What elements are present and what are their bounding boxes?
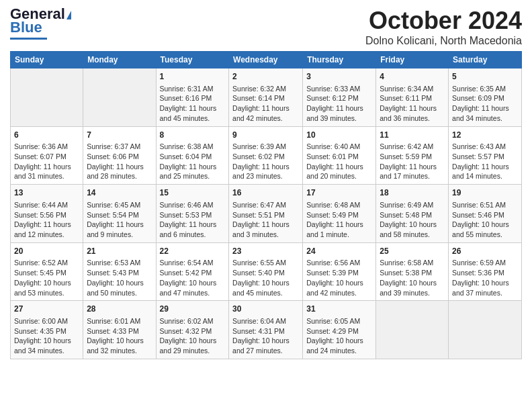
cell-5-5: 31Sunrise: 6:05 AMSunset: 4:29 PMDayligh… xyxy=(303,301,376,359)
day-number: 23 xyxy=(232,246,299,257)
cell-4-7: 26Sunrise: 6:59 AMSunset: 5:36 PMDayligh… xyxy=(449,242,522,301)
cell-info: Sunrise: 6:35 AMSunset: 6:09 PMDaylight:… xyxy=(452,84,518,124)
week-row-1: 1Sunrise: 6:31 AMSunset: 6:16 PMDaylight… xyxy=(11,68,522,127)
location-title: Dolno Kolicani, North Macedonia xyxy=(365,35,522,47)
col-tuesday: Tuesday xyxy=(156,52,229,68)
cell-4-4: 23Sunrise: 6:55 AMSunset: 5:40 PMDayligh… xyxy=(229,242,303,301)
cell-4-1: 20Sunrise: 6:52 AMSunset: 5:45 PMDayligh… xyxy=(11,242,83,301)
cell-3-6: 18Sunrise: 6:49 AMSunset: 5:48 PMDayligh… xyxy=(376,185,449,243)
cell-1-6: 4Sunrise: 6:34 AMSunset: 6:11 PMDaylight… xyxy=(376,68,449,127)
day-number: 30 xyxy=(232,304,299,315)
col-friday: Friday xyxy=(376,52,449,68)
col-monday: Monday xyxy=(83,52,156,68)
cell-4-3: 22Sunrise: 6:54 AMSunset: 5:42 PMDayligh… xyxy=(156,242,229,301)
cell-2-1: 6Sunrise: 6:36 AMSunset: 6:07 PMDaylight… xyxy=(11,126,83,185)
cell-info: Sunrise: 6:38 AMSunset: 6:04 PMDaylight:… xyxy=(160,142,226,181)
cell-info: Sunrise: 6:39 AMSunset: 6:02 PMDaylight:… xyxy=(232,142,299,181)
day-number: 15 xyxy=(160,187,226,199)
cell-3-5: 17Sunrise: 6:48 AMSunset: 5:49 PMDayligh… xyxy=(303,185,376,243)
cell-info: Sunrise: 6:01 AMSunset: 4:33 PMDaylight:… xyxy=(87,316,152,356)
cell-4-6: 25Sunrise: 6:58 AMSunset: 5:38 PMDayligh… xyxy=(376,242,449,301)
day-number: 18 xyxy=(380,187,445,199)
title-block: October 2024 Dolno Kolicani, North Maced… xyxy=(365,7,522,47)
cell-5-1: 27Sunrise: 6:00 AMSunset: 4:35 PMDayligh… xyxy=(11,301,83,359)
cell-2-7: 12Sunrise: 6:43 AMSunset: 5:57 PMDayligh… xyxy=(449,126,522,185)
cell-2-2: 7Sunrise: 6:37 AMSunset: 6:06 PMDaylight… xyxy=(83,126,156,185)
day-number: 6 xyxy=(14,130,79,141)
cell-info: Sunrise: 6:33 AMSunset: 6:12 PMDaylight:… xyxy=(306,84,372,124)
cell-info: Sunrise: 6:31 AMSunset: 6:16 PMDaylight:… xyxy=(160,84,226,124)
day-number: 17 xyxy=(306,187,372,199)
day-number: 21 xyxy=(87,246,152,257)
cell-3-3: 15Sunrise: 6:46 AMSunset: 5:53 PMDayligh… xyxy=(156,185,229,243)
cell-5-6 xyxy=(376,301,449,359)
day-number: 13 xyxy=(14,187,79,199)
day-number: 12 xyxy=(452,130,518,141)
cell-info: Sunrise: 6:37 AMSunset: 6:06 PMDaylight:… xyxy=(87,142,152,181)
page-header: General Blue October 2024 Dolno Kolicani… xyxy=(10,7,522,47)
month-title: October 2024 xyxy=(365,7,522,35)
day-number: 5 xyxy=(452,71,518,83)
day-number: 27 xyxy=(14,304,79,315)
cell-3-1: 13Sunrise: 6:44 AMSunset: 5:56 PMDayligh… xyxy=(11,185,83,243)
day-number: 11 xyxy=(380,130,445,141)
logo-blue: Blue xyxy=(10,19,42,36)
day-number: 19 xyxy=(452,187,518,199)
calendar-table: Sunday Monday Tuesday Wednesday Thursday… xyxy=(10,51,522,359)
week-row-3: 13Sunrise: 6:44 AMSunset: 5:56 PMDayligh… xyxy=(11,185,522,243)
cell-info: Sunrise: 6:54 AMSunset: 5:42 PMDaylight:… xyxy=(160,258,226,298)
cell-info: Sunrise: 6:04 AMSunset: 4:31 PMDaylight:… xyxy=(232,316,299,356)
day-number: 22 xyxy=(160,246,226,257)
day-number: 4 xyxy=(380,71,445,83)
day-number: 8 xyxy=(160,130,226,141)
cell-1-3: 1Sunrise: 6:31 AMSunset: 6:16 PMDaylight… xyxy=(156,68,229,127)
day-number: 20 xyxy=(14,246,79,257)
cell-3-7: 19Sunrise: 6:51 AMSunset: 5:46 PMDayligh… xyxy=(449,185,522,243)
cell-2-5: 10Sunrise: 6:40 AMSunset: 6:01 PMDayligh… xyxy=(303,126,376,185)
logo: General Blue xyxy=(10,7,71,40)
cell-info: Sunrise: 6:34 AMSunset: 6:11 PMDaylight:… xyxy=(380,84,445,124)
cell-info: Sunrise: 6:48 AMSunset: 5:49 PMDaylight:… xyxy=(306,200,372,240)
day-number: 29 xyxy=(160,304,226,315)
cell-1-5: 3Sunrise: 6:33 AMSunset: 6:12 PMDaylight… xyxy=(303,68,376,127)
week-row-5: 27Sunrise: 6:00 AMSunset: 4:35 PMDayligh… xyxy=(11,301,522,359)
cell-info: Sunrise: 6:32 AMSunset: 6:14 PMDaylight:… xyxy=(232,84,299,124)
col-sunday: Sunday xyxy=(11,52,83,68)
cell-2-6: 11Sunrise: 6:42 AMSunset: 5:59 PMDayligh… xyxy=(376,126,449,185)
cell-info: Sunrise: 6:45 AMSunset: 5:54 PMDaylight:… xyxy=(87,200,152,240)
cell-info: Sunrise: 6:40 AMSunset: 6:01 PMDaylight:… xyxy=(306,142,372,181)
cell-5-3: 29Sunrise: 6:02 AMSunset: 4:32 PMDayligh… xyxy=(156,301,229,359)
logo-underline xyxy=(10,38,47,40)
cell-info: Sunrise: 6:59 AMSunset: 5:36 PMDaylight:… xyxy=(452,258,518,298)
day-number: 3 xyxy=(306,71,372,83)
cell-5-2: 28Sunrise: 6:01 AMSunset: 4:33 PMDayligh… xyxy=(83,301,156,359)
cell-info: Sunrise: 6:55 AMSunset: 5:40 PMDaylight:… xyxy=(232,258,299,298)
week-row-4: 20Sunrise: 6:52 AMSunset: 5:45 PMDayligh… xyxy=(11,242,522,301)
day-number: 14 xyxy=(87,187,152,199)
col-wednesday: Wednesday xyxy=(229,52,303,68)
cell-5-7 xyxy=(449,301,522,359)
cell-4-2: 21Sunrise: 6:53 AMSunset: 5:43 PMDayligh… xyxy=(83,242,156,301)
day-number: 16 xyxy=(232,187,299,199)
cell-info: Sunrise: 6:47 AMSunset: 5:51 PMDaylight:… xyxy=(232,200,299,240)
cell-info: Sunrise: 6:05 AMSunset: 4:29 PMDaylight:… xyxy=(306,316,372,356)
day-number: 31 xyxy=(306,304,372,315)
day-number: 25 xyxy=(380,246,445,257)
cell-info: Sunrise: 6:02 AMSunset: 4:32 PMDaylight:… xyxy=(160,316,226,356)
day-number: 24 xyxy=(306,246,372,257)
cell-info: Sunrise: 6:42 AMSunset: 5:59 PMDaylight:… xyxy=(380,142,445,181)
cell-2-4: 9Sunrise: 6:39 AMSunset: 6:02 PMDaylight… xyxy=(229,126,303,185)
day-number: 9 xyxy=(232,130,299,141)
day-number: 28 xyxy=(87,304,152,315)
cell-3-4: 16Sunrise: 6:47 AMSunset: 5:51 PMDayligh… xyxy=(229,185,303,243)
cell-3-2: 14Sunrise: 6:45 AMSunset: 5:54 PMDayligh… xyxy=(83,185,156,243)
cell-info: Sunrise: 6:53 AMSunset: 5:43 PMDaylight:… xyxy=(87,258,152,298)
cell-info: Sunrise: 6:49 AMSunset: 5:48 PMDaylight:… xyxy=(380,200,445,240)
day-number: 1 xyxy=(160,71,226,83)
cell-info: Sunrise: 6:58 AMSunset: 5:38 PMDaylight:… xyxy=(380,258,445,298)
cell-5-4: 30Sunrise: 6:04 AMSunset: 4:31 PMDayligh… xyxy=(229,301,303,359)
cell-info: Sunrise: 6:52 AMSunset: 5:45 PMDaylight:… xyxy=(14,258,79,298)
day-number: 10 xyxy=(306,130,372,141)
cell-info: Sunrise: 6:00 AMSunset: 4:35 PMDaylight:… xyxy=(14,316,79,356)
col-saturday: Saturday xyxy=(449,52,522,68)
